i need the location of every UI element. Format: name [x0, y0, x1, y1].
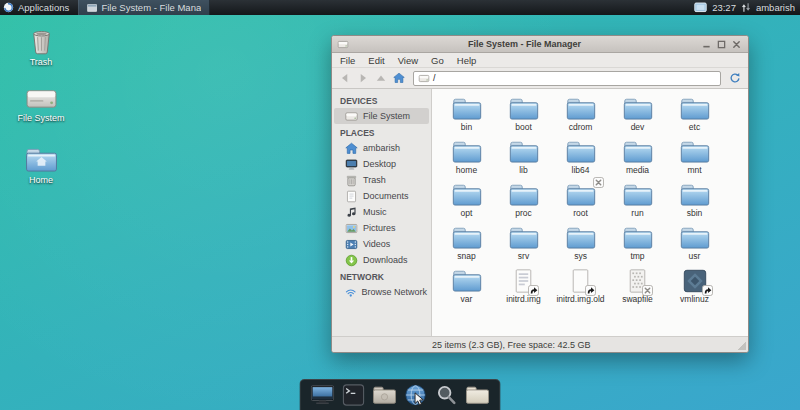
- file-label: home: [456, 165, 477, 175]
- sidebar-item-label: Desktop: [363, 159, 396, 169]
- window-controls: [700, 39, 743, 50]
- file-lib64[interactable]: lib64: [552, 138, 609, 181]
- file-dev[interactable]: dev: [609, 95, 666, 138]
- dock-folder[interactable]: [466, 383, 490, 407]
- desktop-icon-file-system[interactable]: File System: [10, 86, 72, 123]
- noaccess-emblem-icon: [642, 285, 653, 296]
- sidebar-item-music[interactable]: Music: [332, 204, 431, 220]
- folder-light-icon: [466, 384, 490, 406]
- desktop-icon-label: Home: [29, 175, 53, 185]
- drive-desktop-icon: [25, 86, 58, 111]
- sidebar-item-browse-network[interactable]: Browse Network: [332, 284, 431, 300]
- username[interactable]: ambarish: [756, 2, 795, 13]
- file-media[interactable]: media: [609, 138, 666, 181]
- sidebar-item-ambarish[interactable]: ambarish: [332, 140, 431, 156]
- dock-app-finder[interactable]: [435, 383, 459, 407]
- file-mnt[interactable]: mnt: [666, 138, 723, 181]
- applications-menu-button[interactable]: Applications: [0, 0, 76, 15]
- folder-icon: [509, 224, 539, 250]
- file-lib[interactable]: lib: [495, 138, 552, 181]
- file-usr[interactable]: usr: [666, 224, 723, 267]
- sidebar-header-devices: DEVICES: [332, 92, 431, 108]
- refresh-button[interactable]: [727, 70, 743, 86]
- file-sbin[interactable]: sbin: [666, 181, 723, 224]
- monitor-icon: [311, 384, 335, 406]
- file-tmp[interactable]: tmp: [609, 224, 666, 267]
- video-icon: [345, 238, 358, 251]
- dock: [300, 379, 501, 410]
- menu-edit[interactable]: Edit: [368, 55, 384, 66]
- file-cdrom[interactable]: cdrom: [552, 95, 609, 138]
- dock-web-browser[interactable]: [404, 383, 428, 407]
- file-boot[interactable]: boot: [495, 95, 552, 138]
- folder-icon: [566, 138, 596, 164]
- file-label: usr: [689, 251, 701, 261]
- file-label: etc: [689, 122, 700, 132]
- sidebar-item-trash[interactable]: Trash: [332, 172, 431, 188]
- desktop-icon-home[interactable]: Home: [10, 146, 72, 185]
- file-srv[interactable]: srv: [495, 224, 552, 267]
- minimize-button[interactable]: [700, 39, 713, 50]
- dock-terminal[interactable]: [342, 383, 366, 407]
- file-home[interactable]: home: [438, 138, 495, 181]
- applications-label: Applications: [18, 2, 69, 13]
- folder-home-icon: [25, 146, 58, 173]
- close-button[interactable]: [730, 39, 743, 50]
- network-arrows-icon[interactable]: [741, 2, 751, 13]
- folder-icon: [623, 224, 653, 250]
- file-var[interactable]: var: [438, 267, 495, 310]
- display-tray-icon[interactable]: [694, 2, 707, 13]
- file-opt[interactable]: opt: [438, 181, 495, 224]
- resize-grip[interactable]: [738, 342, 746, 350]
- folder-icon: [680, 138, 710, 164]
- file-label: media: [626, 165, 649, 175]
- menu-file[interactable]: File: [340, 55, 355, 66]
- dock-show-desktop[interactable]: [311, 383, 335, 407]
- sidebar-item-file-system[interactable]: File System: [334, 108, 429, 124]
- desktop-icon-label: Trash: [30, 57, 53, 67]
- sidebar-item-downloads[interactable]: Downloads: [332, 252, 431, 268]
- menu-go[interactable]: Go: [431, 55, 444, 66]
- clock[interactable]: 23:27: [712, 2, 736, 13]
- menu-help[interactable]: Help: [457, 55, 477, 66]
- file-vmlinuz[interactable]: vmlinuz: [666, 267, 723, 310]
- menu-view[interactable]: View: [398, 55, 418, 66]
- folder-icon: [509, 181, 539, 207]
- sidebar-item-documents[interactable]: Documents: [332, 188, 431, 204]
- forward-button[interactable]: [355, 70, 371, 86]
- folder-icon: [452, 95, 482, 121]
- minimize-icon: [702, 40, 711, 49]
- sidebar-item-label: Videos: [363, 239, 390, 249]
- back-button[interactable]: [337, 70, 353, 86]
- folder-icon: [452, 224, 482, 250]
- file-initrd-img-old[interactable]: initrd.img.old: [552, 267, 609, 310]
- file-bin[interactable]: bin: [438, 95, 495, 138]
- file-swapfile[interactable]: swapfile: [609, 267, 666, 310]
- sidebar-item-desktop[interactable]: Desktop: [332, 156, 431, 172]
- refresh-icon: [729, 72, 741, 84]
- path-bar[interactable]: /: [413, 71, 721, 86]
- sidebar-item-pictures[interactable]: Pictures: [332, 220, 431, 236]
- taskbar-window-button[interactable]: File System - File Mana...: [78, 0, 210, 15]
- file-snap[interactable]: snap: [438, 224, 495, 267]
- desktop-icon-trash[interactable]: Trash: [10, 26, 72, 67]
- sidebar-item-label: Documents: [363, 191, 409, 201]
- maximize-button[interactable]: [715, 39, 728, 50]
- picture-icon: [345, 222, 358, 235]
- file-proc[interactable]: proc: [495, 181, 552, 224]
- file-run[interactable]: run: [609, 181, 666, 224]
- magnifier-icon: [435, 384, 459, 406]
- up-button[interactable]: [373, 70, 389, 86]
- file-etc[interactable]: etc: [666, 95, 723, 138]
- file-label: sbin: [687, 208, 703, 218]
- noaccess-emblem-icon: [593, 177, 604, 188]
- file-sys[interactable]: sys: [552, 224, 609, 267]
- sidebar-item-videos[interactable]: Videos: [332, 236, 431, 252]
- home-button[interactable]: [391, 70, 407, 86]
- file-root[interactable]: root: [552, 181, 609, 224]
- home-icon: [345, 142, 358, 155]
- dock-file-manager[interactable]: [373, 383, 397, 407]
- titlebar[interactable]: File System - File Manager: [332, 36, 748, 53]
- file-initrd-img[interactable]: initrd.img: [495, 267, 552, 310]
- maximize-icon: [717, 40, 726, 49]
